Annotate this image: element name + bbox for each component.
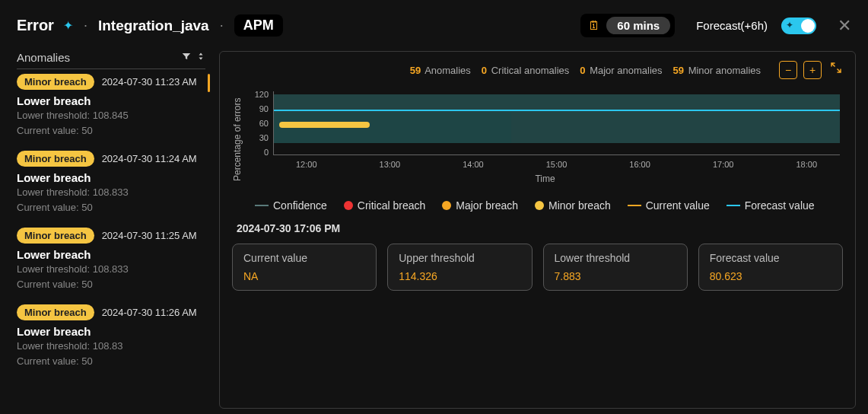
anomaly-timestamp: 2024-07-30 11:25 AM (102, 230, 197, 241)
anomaly-list: Minor breach 2024-07-30 11:23 AM Lower b… (17, 74, 211, 381)
anomaly-threshold: Lower threshold: 108.845 (17, 109, 205, 123)
legend-minor: Minor breach (548, 199, 611, 212)
page-title: Error (17, 17, 54, 34)
major-label: Major anomalies (590, 65, 662, 76)
card-title: Forecast value (710, 252, 831, 264)
card-current-value: Current value NA (232, 244, 377, 291)
plot-area (273, 91, 840, 155)
y-axis-label: Percentage of errors (232, 90, 243, 189)
legend-major: Major breach (456, 199, 518, 212)
close-icon[interactable]: ✕ (838, 16, 851, 36)
expand-icon[interactable] (829, 61, 843, 79)
toggle-knob (801, 19, 815, 33)
sparkle-icon: ✦ (63, 18, 73, 33)
minor-label: Minor anomalies (688, 65, 761, 76)
legend-confidence: Confidence (273, 199, 327, 212)
anomaly-threshold: Lower threshold: 108.83 (17, 339, 205, 353)
forecast-label: Forecast(+6h) (696, 19, 768, 32)
major-swatch-icon (442, 201, 451, 210)
anomaly-current: Current value: 50 (17, 124, 205, 138)
anomalies-count: 59 (410, 65, 421, 76)
severity-pill: Minor breach (17, 151, 94, 167)
legend: Confidence Critical breach Major breach … (232, 199, 843, 212)
anomaly-item[interactable]: Minor breach 2024-07-30 11:26 AM Lower b… (17, 304, 205, 368)
forecast-swatch-icon (727, 205, 740, 206)
forecast-line (274, 110, 840, 111)
sparkle-icon: ✦ (786, 20, 793, 30)
anomaly-current: Current value: 50 (17, 278, 205, 291)
minor-swatch-icon (535, 201, 544, 210)
filter-icon[interactable] (181, 51, 192, 64)
anomaly-item[interactable]: Minor breach 2024-07-30 11:23 AM Lower b… (17, 74, 205, 137)
scroll-indicator[interactable] (208, 74, 210, 92)
critical-count: 0 (482, 65, 487, 76)
sidebar-title: Anomalies (17, 51, 176, 64)
anomaly-type: Lower breach (17, 171, 205, 184)
x-ticks: 12:00 13:00 14:00 15:00 16:00 17:00 18:0… (273, 160, 840, 169)
minor-breach-marker (279, 122, 370, 128)
critical-label: Critical anomalies (491, 65, 570, 76)
anomaly-type: Lower breach (17, 248, 205, 261)
legend-critical: Critical breach (358, 199, 425, 212)
chart[interactable]: Percentage of errors 120 90 60 30 0 (232, 90, 843, 189)
card-value: 80.623 (710, 270, 831, 282)
forecast-toggle[interactable]: ✦ (781, 18, 816, 34)
critical-swatch-icon (344, 201, 353, 210)
severity-pill: Minor breach (17, 304, 94, 320)
anomaly-timestamp: 2024-07-30 11:26 AM (102, 307, 197, 318)
sidebar-header: Anomalies (17, 51, 205, 69)
zoom-out-button[interactable]: − (779, 61, 797, 79)
main-panel: 59 Anomalies 0 Critical anomalies 0 Majo… (219, 51, 856, 409)
separator-dot-icon: · (84, 18, 87, 33)
confidence-swatch-icon (255, 205, 269, 206)
anomaly-timestamp: 2024-07-30 11:24 AM (102, 153, 197, 164)
minor-count: 59 (673, 65, 684, 76)
anomaly-threshold: Lower threshold: 108.833 (17, 263, 205, 276)
header: Error ✦ · Integration_java · APM 🗓 60 mi… (0, 0, 868, 45)
integration-name: Integration_java (98, 18, 209, 34)
card-value: NA (243, 270, 365, 282)
severity-pill: Minor breach (17, 228, 94, 244)
separator-dot-icon: · (220, 18, 224, 33)
card-value: 7.883 (555, 270, 676, 282)
anomaly-item[interactable]: Minor breach 2024-07-30 11:25 AM Lower b… (17, 228, 205, 291)
anomaly-timestamp: 2024-07-30 11:23 AM (102, 76, 197, 88)
anomaly-current: Current value: 50 (17, 355, 205, 368)
card-title: Lower threshold (555, 252, 676, 264)
zoom-in-button[interactable]: + (803, 61, 822, 79)
card-upper-threshold: Upper threshold 114.326 (387, 244, 532, 291)
anomaly-type: Lower breach (17, 325, 205, 338)
apm-pill: APM (234, 14, 283, 37)
major-count: 0 (580, 65, 585, 76)
card-value: 114.326 (399, 270, 520, 282)
card-forecast-value: Forecast value 80.623 (698, 244, 843, 291)
anomalies-label: Anomalies (424, 65, 471, 76)
y-ticks: 120 90 60 30 0 (247, 90, 269, 157)
card-lower-threshold: Lower threshold 7.883 (543, 244, 688, 291)
metrics-cards: Current value NA Upper threshold 114.326… (232, 244, 843, 291)
card-title: Current value (243, 252, 365, 264)
sidebar: Anomalies Minor breach 2024-07-30 11:23 … (0, 45, 211, 414)
anomaly-type: Lower breach (17, 94, 205, 107)
anomaly-item[interactable]: Minor breach 2024-07-30 11:24 AM Lower b… (17, 151, 205, 214)
selected-timestamp: 2024-07-30 17:06 PM (232, 222, 843, 234)
confidence-band-lower (274, 113, 511, 143)
anomaly-threshold: Lower threshold: 108.833 (17, 186, 205, 199)
current-swatch-icon (628, 205, 641, 206)
legend-forecast: Forecast value (745, 199, 815, 212)
calendar-icon: 🗓 (588, 19, 600, 33)
legend-current: Current value (646, 199, 710, 212)
anomaly-current: Current value: 50 (17, 201, 205, 215)
summary-bar: 59 Anomalies 0 Critical anomalies 0 Majo… (232, 61, 843, 79)
sort-icon[interactable] (196, 51, 205, 64)
severity-pill: Minor breach (17, 74, 94, 90)
x-axis-label: Time (535, 174, 555, 184)
time-range-value: 60 mins (606, 17, 670, 34)
card-title: Upper threshold (399, 252, 520, 264)
time-range-picker[interactable]: 🗓 60 mins (580, 14, 675, 37)
